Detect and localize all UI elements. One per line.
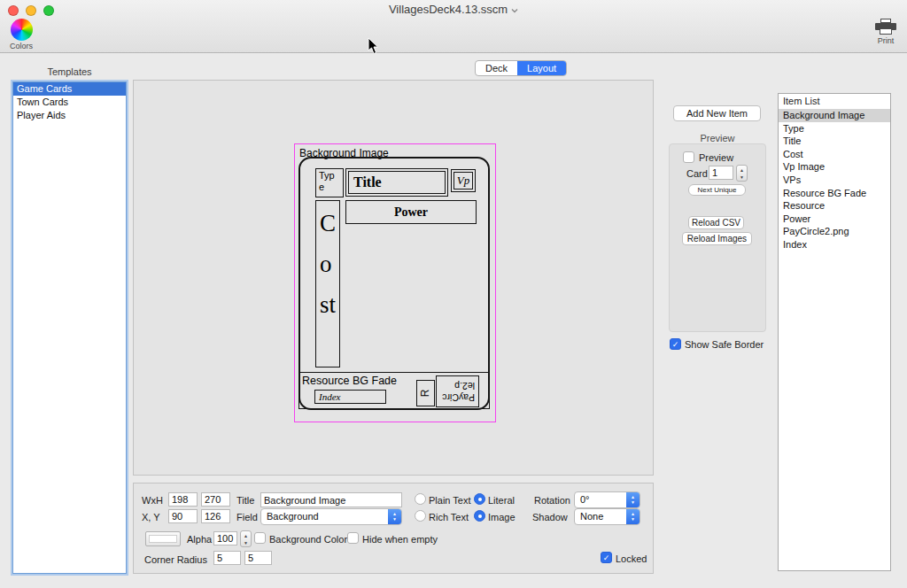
- corner-radius-x-input[interactable]: [213, 551, 241, 565]
- templates-heading: Templates: [12, 66, 127, 77]
- item-row-vp-image[interactable]: Vp Image: [779, 160, 890, 174]
- alpha-input[interactable]: [213, 531, 237, 545]
- preview-checkbox[interactable]: [683, 151, 694, 163]
- background-color-checkbox[interactable]: [254, 532, 266, 544]
- card-item-title[interactable]: Title: [345, 168, 448, 197]
- window-chrome: VillagesDeck4.13.sscm Colors Print: [0, 0, 907, 53]
- locked-label: Locked: [616, 553, 647, 564]
- card-number-stepper[interactable]: ▲▼: [736, 165, 748, 182]
- item-row-type[interactable]: Type: [779, 122, 890, 135]
- locked-checkbox[interactable]: ✓: [601, 552, 612, 563]
- card-resource-bg-fade-label[interactable]: Resource BG Fade: [302, 375, 397, 387]
- card-item-resource[interactable]: R: [416, 380, 435, 406]
- shadow-label: Shadow: [532, 512, 568, 522]
- height-input[interactable]: [201, 492, 230, 507]
- rotation-label: Rotation: [534, 495, 570, 506]
- item-row-index[interactable]: Index: [779, 238, 890, 251]
- templates-list: Game Cards Town Cards Player Aids: [12, 81, 127, 574]
- card-item-paycircle[interactable]: PayCircle2.p: [436, 375, 479, 407]
- alpha-color-well[interactable]: [145, 531, 181, 546]
- y-input[interactable]: [201, 509, 230, 523]
- zoom-window-button[interactable]: [43, 5, 54, 16]
- colors-toolbar-button[interactable]: Colors: [4, 19, 39, 50]
- title-field-label: Title: [236, 495, 254, 506]
- item-list: Item List Background Image Type Title Co…: [778, 93, 891, 571]
- template-item-player-aids[interactable]: Player Aids: [13, 109, 126, 122]
- xy-label: X, Y: [142, 512, 160, 522]
- corner-radius-y-input[interactable]: [244, 551, 272, 565]
- popup-arrows-icon: ▲▼: [626, 509, 640, 524]
- item-row-title[interactable]: Title: [779, 135, 890, 148]
- template-item-game-cards[interactable]: Game Cards: [13, 82, 126, 96]
- field-label: Field: [236, 512, 258, 522]
- add-new-item-button[interactable]: Add New Item: [673, 105, 761, 121]
- item-row-resource-bg-fade[interactable]: Resource BG Fade: [779, 187, 890, 200]
- mouse-cursor: [368, 37, 380, 55]
- tab-deck[interactable]: Deck: [476, 61, 517, 75]
- image-radio[interactable]: [474, 510, 485, 522]
- item-row-resource[interactable]: Resource: [779, 199, 890, 213]
- card-item-cost[interactable]: Cost: [315, 200, 340, 368]
- literal-radio[interactable]: [474, 493, 485, 505]
- popup-arrows-icon: ▲▼: [626, 492, 640, 507]
- field-popup[interactable]: Background ▲▼: [260, 508, 402, 525]
- titlebar[interactable]: VillagesDeck4.13.sscm: [0, 0, 907, 19]
- card-number-input[interactable]: [709, 166, 733, 180]
- next-unique-button[interactable]: Next Unique: [688, 184, 746, 196]
- show-safe-border-label: Show Safe Border: [685, 339, 764, 350]
- wxh-label: WxH: [142, 495, 163, 506]
- item-row-cost[interactable]: Cost: [779, 148, 890, 161]
- reload-images-button[interactable]: Reload Images: [682, 232, 752, 245]
- popup-arrows-icon: ▲▼: [388, 509, 401, 524]
- item-list-header: Item List: [779, 94, 890, 109]
- hide-when-empty-checkbox[interactable]: [347, 532, 359, 544]
- shadow-popup[interactable]: None ▲▼: [574, 508, 640, 525]
- show-safe-border-checkbox[interactable]: ✓: [670, 338, 681, 350]
- corner-radius-label: Corner Radius: [144, 554, 207, 565]
- background-color-label: Background Color: [269, 534, 347, 545]
- image-label: Image: [488, 512, 516, 522]
- colors-label: Colors: [4, 42, 39, 50]
- app-window: VillagesDeck4.13.sscm Colors Print Deck …: [0, 0, 907, 588]
- card-item-index[interactable]: Index: [314, 390, 386, 404]
- item-row-paycircle[interactable]: PayCircle2.png: [779, 225, 890, 238]
- minimize-window-button[interactable]: [26, 5, 36, 16]
- alpha-stepper[interactable]: ▲▼: [240, 530, 252, 547]
- literal-label: Literal: [488, 495, 515, 506]
- width-input[interactable]: [168, 492, 198, 507]
- item-row-background-image[interactable]: Background Image: [779, 109, 890, 122]
- plain-text-label: Plain Text: [429, 495, 471, 506]
- item-row-power[interactable]: Power: [779, 213, 890, 226]
- card-item-type[interactable]: Type: [315, 168, 344, 197]
- printer-icon: [875, 19, 896, 35]
- item-row-vps[interactable]: VPs: [779, 174, 890, 187]
- close-window-button[interactable]: [8, 5, 19, 16]
- card-number-label: Card: [686, 168, 708, 179]
- deck-layout-segmented-control: Deck Layout: [475, 60, 567, 76]
- rotation-popup[interactable]: 0° ▲▼: [574, 491, 640, 508]
- template-item-town-cards[interactable]: Town Cards: [13, 96, 126, 109]
- tab-layout[interactable]: Layout: [517, 61, 566, 75]
- title-chevron-icon[interactable]: [511, 0, 518, 19]
- print-label: Print: [868, 36, 903, 45]
- card-item-power[interactable]: Power: [345, 200, 477, 224]
- preview-group-title: Preview: [669, 133, 766, 143]
- rich-text-label: Rich Text: [429, 512, 469, 522]
- reload-csv-button[interactable]: Reload CSV: [688, 216, 744, 229]
- plain-text-radio[interactable]: [415, 493, 426, 505]
- card-item-vp-image[interactable]: Vp: [451, 169, 476, 192]
- hide-when-empty-label: Hide when empty: [362, 534, 438, 545]
- window-title: VillagesDeck4.13.sscm: [389, 3, 508, 16]
- print-toolbar-button[interactable]: Print: [868, 19, 903, 45]
- rich-text-radio[interactable]: [415, 510, 426, 522]
- title-input[interactable]: [260, 492, 402, 507]
- x-input[interactable]: [168, 509, 198, 523]
- alpha-label: Alpha: [187, 534, 212, 545]
- preview-checkbox-label: Preview: [699, 152, 733, 163]
- color-wheel-icon: [11, 19, 33, 41]
